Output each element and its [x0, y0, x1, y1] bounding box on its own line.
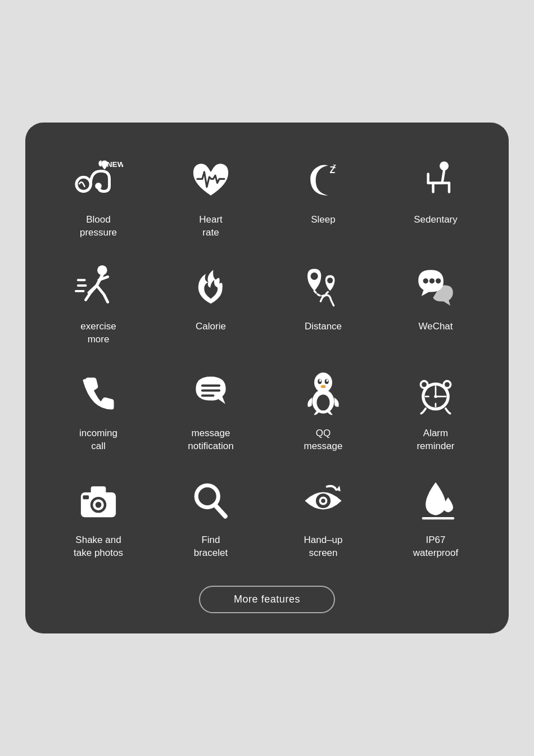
svg-point-13 [429, 278, 435, 283]
exercise-label: exercise more [80, 320, 116, 346]
find-bracelet-icon [185, 476, 236, 526]
message-notification-label: message notification [188, 427, 233, 453]
distance-icon [298, 262, 349, 313]
svg-text:NEW: NEW [107, 160, 123, 169]
svg-point-34 [434, 395, 437, 398]
feature-sedentary: Sedentary [379, 145, 492, 252]
sedentary-label: Sedentary [414, 214, 458, 227]
heart-rate-label: Heart rate [199, 214, 223, 239]
svg-rect-43 [83, 495, 89, 499]
feature-calorie: Calorie [155, 252, 267, 359]
svg-point-11 [327, 278, 333, 283]
feature-alarm-reminder: Alarm reminder [379, 359, 492, 465]
feature-sleep: Z z Sleep [267, 145, 379, 252]
feature-heart-rate: Heart rate [155, 145, 267, 252]
feature-hand-up-screen: Hand–up screen [267, 465, 379, 572]
feature-exercise: exercise more [42, 252, 155, 359]
feature-ip67-waterproof: IP67 waterproof [379, 465, 492, 572]
sleep-icon: Z z [298, 155, 349, 206]
alarm-reminder-label: Alarm reminder [417, 427, 454, 453]
features-grid: NEW Blood pressure Heart rate [42, 145, 492, 572]
svg-point-14 [436, 278, 441, 283]
incoming-call-icon [73, 369, 124, 419]
blood-pressure-icon: NEW [73, 155, 124, 206]
heart-rate-icon [185, 155, 236, 206]
incoming-call-label: incoming call [79, 427, 117, 453]
feature-find-bracelet: Find bracelet [155, 465, 267, 572]
svg-point-48 [321, 499, 325, 503]
hand-up-screen-label: Hand–up screen [304, 534, 342, 560]
feature-message-notification: message notification [155, 359, 267, 465]
svg-point-36 [422, 382, 427, 387]
hand-up-screen-icon [298, 476, 349, 526]
feature-qq-message: QQ message [267, 359, 379, 465]
shake-photos-label: Shake and take photos [74, 534, 123, 560]
feature-blood-pressure: NEW Blood pressure [42, 145, 155, 252]
svg-point-25 [316, 395, 329, 410]
features-card: NEW Blood pressure Heart rate [25, 123, 509, 633]
blood-pressure-label: Blood pressure [80, 214, 117, 239]
alarm-reminder-icon [410, 369, 461, 419]
qq-message-icon [298, 369, 349, 419]
svg-point-22 [326, 379, 328, 382]
feature-wechat: WeChat [379, 252, 492, 359]
qq-message-label: QQ message [304, 427, 343, 453]
wechat-label: WeChat [418, 320, 452, 333]
svg-text:z: z [333, 162, 336, 169]
feature-distance: Distance [267, 252, 379, 359]
message-notification-icon [185, 369, 236, 419]
more-features-button[interactable]: More features [199, 586, 335, 613]
ip67-waterproof-icon [410, 476, 461, 526]
wechat-icon [410, 262, 461, 313]
svg-point-21 [319, 379, 322, 382]
svg-point-5 [440, 161, 449, 170]
feature-incoming-call: incoming call [42, 359, 155, 465]
svg-point-42 [96, 502, 102, 508]
svg-point-10 [311, 273, 318, 280]
svg-line-45 [215, 505, 225, 517]
distance-label: Distance [305, 320, 342, 333]
shake-photos-icon [73, 476, 124, 526]
svg-point-1 [95, 183, 102, 189]
sedentary-icon [410, 155, 461, 206]
sleep-label: Sleep [311, 214, 335, 227]
exercise-icon [73, 262, 124, 313]
feature-shake-photos: Shake and take photos [42, 465, 155, 572]
svg-point-23 [321, 385, 326, 388]
find-bracelet-label: Find bracelet [194, 534, 228, 560]
svg-point-12 [423, 278, 428, 283]
calorie-label: Calorie [196, 320, 226, 333]
svg-point-38 [445, 382, 450, 387]
calorie-icon [185, 262, 236, 313]
ip67-waterproof-label: IP67 waterproof [413, 534, 458, 560]
